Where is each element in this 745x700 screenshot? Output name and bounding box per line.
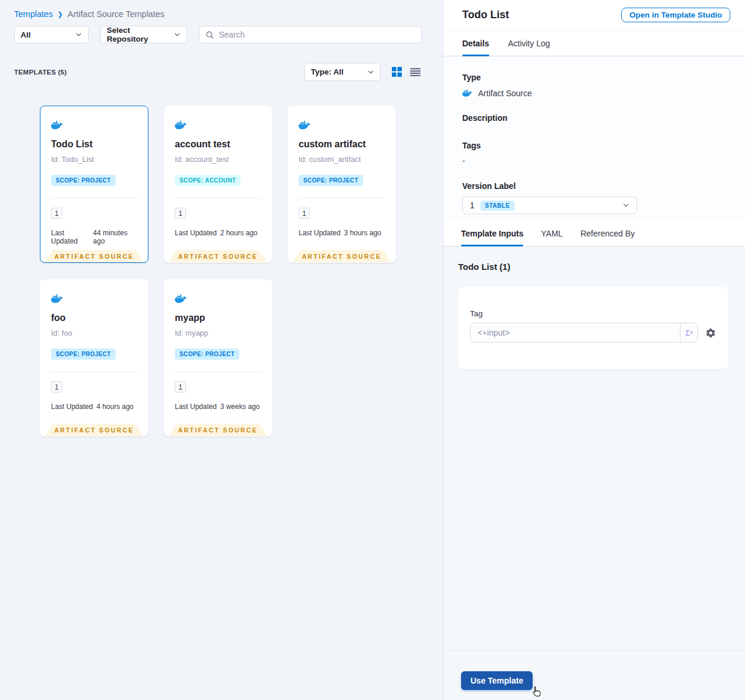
chevron-down-icon xyxy=(174,31,181,38)
tab-activity-log[interactable]: Activity Log xyxy=(508,31,550,56)
description-label: Description xyxy=(462,113,726,123)
last-updated-value: 4 hours ago xyxy=(96,403,133,411)
gear-icon[interactable] xyxy=(705,327,716,339)
expression-sigma-button[interactable]: Σˣ xyxy=(680,323,697,342)
type-filter-value: Type: All xyxy=(311,67,344,76)
card-id: Id: account_test xyxy=(175,155,261,164)
last-updated-value: 2 hours ago xyxy=(220,229,257,237)
chevron-down-icon xyxy=(75,31,82,38)
breadcrumb-current: Artifact Source Templates xyxy=(67,9,164,19)
docker-icon xyxy=(175,293,261,305)
panel-title: Todo List xyxy=(462,9,509,21)
card-title: myapp xyxy=(175,313,261,323)
template-card-account-test[interactable]: account test Id: account_test SCOPE: ACC… xyxy=(164,106,272,263)
open-in-template-studio-button[interactable]: Open in Template Studio xyxy=(621,8,730,22)
details-section: Type Artifact Source Description Tags - … xyxy=(443,56,745,221)
search-box xyxy=(199,26,422,43)
card-title: Todo List xyxy=(51,139,137,150)
template-card-myapp[interactable]: myapp Id: myapp SCOPE: PROJECT 1 Last Up… xyxy=(164,279,272,437)
card-divider xyxy=(299,198,385,198)
tags-value: - xyxy=(462,156,726,165)
card-divider xyxy=(51,371,137,372)
scope-badge: SCOPE: PROJECT xyxy=(175,349,239,360)
template-details-panel: Todo List Open in Template Studio Detail… xyxy=(443,0,745,700)
inner-tabbar: Template Inputs YAML Referenced By xyxy=(443,221,745,246)
tab-yaml[interactable]: YAML xyxy=(541,221,563,246)
last-updated-row: Last Updated 44 minutes ago xyxy=(51,229,137,245)
tab-template-inputs[interactable]: Template Inputs xyxy=(461,221,523,246)
use-template-button[interactable]: Use Template xyxy=(461,671,533,690)
chevron-down-icon xyxy=(622,202,629,209)
view-toggles xyxy=(392,67,421,77)
docker-icon xyxy=(51,293,137,305)
list-view-icon[interactable] xyxy=(410,68,421,76)
tag-input[interactable] xyxy=(470,323,680,342)
tab-referenced-by[interactable]: Referenced By xyxy=(580,221,635,246)
tab-details[interactable]: Details xyxy=(462,31,489,56)
panel-header: Todo List Open in Template Studio xyxy=(443,0,745,31)
tags-label: Tags xyxy=(462,141,726,150)
search-icon xyxy=(205,31,214,39)
docker-icon xyxy=(175,119,261,131)
last-updated-row: Last Updated 3 hours ago xyxy=(299,229,385,237)
card-divider xyxy=(51,198,137,198)
version-label: Version Label xyxy=(462,181,726,191)
templates-list-pane: Templates ❯ Artifact Source Templates Al… xyxy=(0,0,443,700)
template-card-foo[interactable]: foo Id: foo SCOPE: PROJECT 1 Last Update… xyxy=(40,279,148,437)
breadcrumb-separator-icon: ❯ xyxy=(57,11,63,18)
inputs-card: Tag Σˣ xyxy=(458,287,728,369)
artifact-source-ribbon: ARTIFACT SOURCE xyxy=(169,250,267,262)
version-count-chip: 1 xyxy=(51,208,62,219)
card-id: Id: custom_artifact xyxy=(299,155,385,164)
stable-badge: STABLE xyxy=(480,201,514,211)
card-divider xyxy=(175,198,261,198)
card-id: Id: foo xyxy=(51,329,137,337)
card-id: Id: myapp xyxy=(175,329,261,337)
template-card-custom-artifact[interactable]: custom artifact Id: custom_artifact SCOP… xyxy=(287,106,396,263)
last-updated-label: Last Updated xyxy=(175,403,216,411)
grid-view-icon[interactable] xyxy=(392,67,402,77)
version-count-chip: 1 xyxy=(175,208,186,219)
template-inputs-content: Todo List (1) Tag Σˣ xyxy=(443,246,745,650)
scope-filter-dropdown[interactable]: All xyxy=(14,26,89,43)
scope-badge: SCOPE: PROJECT xyxy=(51,349,116,360)
artifact-source-ribbon: ARTIFACT SOURCE xyxy=(169,424,267,436)
repository-filter-dropdown[interactable]: Select Repository xyxy=(100,26,187,43)
last-updated-label: Last Updated xyxy=(51,403,93,411)
artifact-source-ribbon: ARTIFACT SOURCE xyxy=(293,250,391,262)
version-count-chip: 1 xyxy=(51,381,62,393)
last-updated-label: Last Updated xyxy=(175,229,216,237)
filter-bar: All Select Repository xyxy=(14,26,422,43)
breadcrumb: Templates ❯ Artifact Source Templates xyxy=(14,9,164,19)
tag-input-wrap: Σˣ xyxy=(470,323,698,343)
template-card-todo-list[interactable]: Todo List Id: Todo_List SCOPE: PROJECT 1… xyxy=(40,106,148,263)
card-id: Id: Todo_List xyxy=(51,155,137,164)
panel-footer: Use Template xyxy=(443,650,745,700)
type-filter-dropdown[interactable]: Type: All xyxy=(304,63,381,81)
last-updated-row: Last Updated 4 hours ago xyxy=(51,403,137,411)
scope-filter-value: All xyxy=(21,31,31,39)
template-cards-grid: Todo List Id: Todo_List SCOPE: PROJECT 1… xyxy=(40,106,396,437)
last-updated-value: 3 weeks ago xyxy=(220,403,259,411)
breadcrumb-templates-link[interactable]: Templates xyxy=(14,9,53,19)
version-count-chip: 1 xyxy=(175,381,186,393)
card-title: account test xyxy=(175,139,261,150)
repository-filter-value: Select Repository xyxy=(107,26,174,43)
inputs-heading: Todo List (1) xyxy=(458,262,730,272)
search-input[interactable] xyxy=(219,30,415,39)
panel-tabbar: Details Activity Log xyxy=(443,31,745,56)
last-updated-row: Last Updated 3 weeks ago xyxy=(175,403,261,411)
last-updated-label: Last Updated xyxy=(299,229,340,237)
version-value: 1 xyxy=(470,201,475,210)
scope-badge: SCOPE: PROJECT xyxy=(51,175,116,186)
last-updated-value: 44 minutes ago xyxy=(93,229,137,245)
type-value: Artifact Source xyxy=(478,89,532,98)
docker-icon xyxy=(462,88,472,98)
docker-icon xyxy=(51,119,137,131)
version-count-chip: 1 xyxy=(299,208,310,219)
chevron-down-icon xyxy=(367,69,374,76)
version-select[interactable]: 1 STABLE xyxy=(462,197,637,214)
docker-icon xyxy=(299,119,385,131)
card-divider xyxy=(175,371,261,372)
artifact-source-ribbon: ARTIFACT SOURCE xyxy=(45,250,144,262)
